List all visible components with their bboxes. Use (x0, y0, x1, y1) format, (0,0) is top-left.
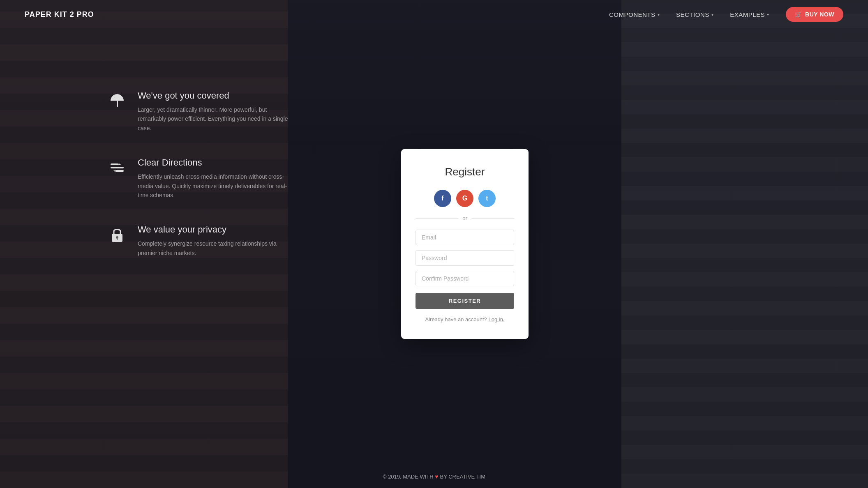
divider-line-left (416, 218, 458, 219)
feature-covered-title: We've got you covered (138, 90, 296, 101)
chevron-down-icon: ▾ (658, 12, 660, 17)
svg-rect-3 (115, 170, 124, 172)
directions-icon (107, 157, 127, 178)
cart-icon: 🛒 (795, 11, 802, 18)
feature-privacy-title: We value your privacy (138, 224, 296, 235)
heart-icon: ♥ (435, 473, 440, 480)
facebook-button[interactable]: f (434, 190, 451, 207)
features-section: We've got you covered Larger, yet dramat… (107, 90, 296, 282)
password-field[interactable] (416, 250, 514, 266)
footer-text: © 2019, MADE WITH (383, 474, 434, 480)
chevron-down-icon: ▾ (711, 12, 714, 17)
svg-marker-4 (119, 163, 121, 165)
brand-logo: PAPER KIT 2 PRO (25, 10, 94, 19)
feature-covered-desc: Larger, yet dramatically thinner. More p… (138, 105, 296, 133)
umbrella-icon (107, 90, 127, 111)
feature-directions-desc: Efficiently unleash cross-media informat… (138, 172, 296, 200)
social-buttons: f G t (416, 190, 514, 207)
feature-directions-text: Clear Directions Efficiently unleash cro… (138, 157, 296, 200)
feature-privacy-text: We value your privacy Completely synergi… (138, 224, 296, 258)
feature-covered: We've got you covered Larger, yet dramat… (107, 90, 296, 133)
nav-examples[interactable]: EXAMPLES ▾ (730, 11, 769, 18)
footer: © 2019, MADE WITH ♥ BY CREATIVE TIM (0, 473, 868, 480)
email-field[interactable] (416, 230, 514, 245)
register-button[interactable]: REGISTER (416, 293, 514, 309)
login-prompt: Already have an account? Log in. (416, 316, 514, 322)
register-card: Register f G t or REGISTER Already have … (401, 149, 529, 339)
lock-icon (107, 224, 127, 245)
nav-components[interactable]: COMPONENTS ▾ (609, 11, 660, 18)
feature-privacy-desc: Completely synergize resource taxing rel… (138, 239, 296, 258)
feature-covered-text: We've got you covered Larger, yet dramat… (138, 90, 296, 133)
login-link[interactable]: Log in. (488, 316, 504, 322)
nav-links: COMPONENTS ▾ SECTIONS ▾ EXAMPLES ▾ 🛒 BUY… (609, 7, 843, 22)
divider-text: or (462, 215, 467, 221)
google-button[interactable]: G (456, 190, 473, 207)
svg-marker-5 (113, 170, 115, 172)
svg-rect-2 (111, 163, 119, 165)
feature-directions-title: Clear Directions (138, 157, 296, 168)
buy-now-button[interactable]: 🛒 BUY NOW (786, 7, 843, 22)
chevron-down-icon: ▾ (767, 12, 769, 17)
navbar: PAPER KIT 2 PRO COMPONENTS ▾ SECTIONS ▾ … (0, 0, 868, 29)
register-title: Register (416, 166, 514, 178)
confirm-password-field[interactable] (416, 271, 514, 286)
nav-sections[interactable]: SECTIONS ▾ (676, 11, 713, 18)
footer-suffix: BY CREATIVE TIM (440, 474, 486, 480)
divider-line-right (471, 218, 514, 219)
svg-rect-1 (111, 167, 124, 168)
twitter-button[interactable]: t (478, 190, 496, 207)
feature-privacy: We value your privacy Completely synergi… (107, 224, 296, 258)
feature-directions: Clear Directions Efficiently unleash cro… (107, 157, 296, 200)
svg-point-7 (116, 236, 118, 239)
divider: or (416, 215, 514, 221)
